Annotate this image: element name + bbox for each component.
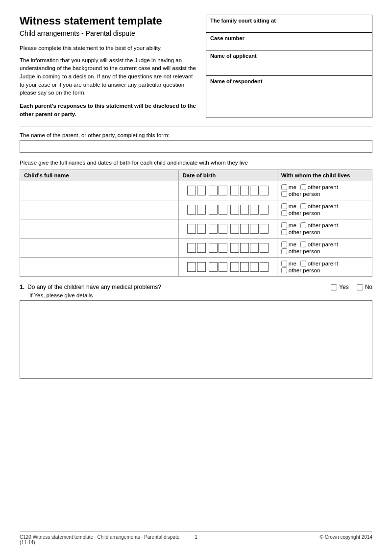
date-box[interactable] xyxy=(197,243,206,253)
child-name-cell xyxy=(20,200,179,219)
date-box[interactable] xyxy=(250,224,259,234)
other-parent-checkbox-item-4: other parent xyxy=(300,241,338,247)
medical-details-textarea[interactable] xyxy=(20,300,372,379)
checkbox-row2: other person xyxy=(281,229,368,235)
child-name-input-2[interactable] xyxy=(24,207,174,213)
date-box[interactable] xyxy=(250,186,259,195)
other-person-label: other person xyxy=(289,191,320,197)
page: Witness statement template Child arrange… xyxy=(0,0,392,554)
q1-checkboxes: Yes No xyxy=(331,284,372,290)
other-parent-checkbox-4[interactable] xyxy=(300,241,306,247)
me-checkbox-5[interactable] xyxy=(281,261,287,266)
other-parent-label: other parent xyxy=(308,261,338,266)
me-checkbox-item-3: me xyxy=(281,222,296,228)
date-box[interactable] xyxy=(187,205,196,215)
date-box[interactable] xyxy=(219,224,227,234)
date-box[interactable] xyxy=(260,205,269,215)
date-box[interactable] xyxy=(209,224,218,234)
me-checkbox-1[interactable] xyxy=(281,184,287,190)
footer-copyright: © Crown copyright 2014 xyxy=(197,534,372,545)
date-box[interactable] xyxy=(250,243,259,253)
yes-checkbox[interactable] xyxy=(331,284,337,290)
date-box[interactable] xyxy=(230,224,239,234)
completing-party-section: The name of the parent, or other party, … xyxy=(20,132,372,153)
date-box[interactable] xyxy=(209,262,218,272)
other-person-checkbox-1[interactable] xyxy=(281,191,287,197)
completing-party-input[interactable] xyxy=(20,140,372,153)
date-box[interactable] xyxy=(260,186,269,195)
date-box[interactable] xyxy=(197,186,206,195)
date-box[interactable] xyxy=(240,224,249,234)
date-box[interactable] xyxy=(230,243,239,253)
other-person-checkbox-2[interactable] xyxy=(281,210,287,216)
date-box[interactable] xyxy=(230,205,239,215)
child-name-input-5[interactable] xyxy=(24,264,174,270)
date-box[interactable] xyxy=(219,262,227,272)
date-box[interactable] xyxy=(187,262,196,272)
date-box[interactable] xyxy=(197,205,206,215)
no-checkbox[interactable] xyxy=(357,284,363,290)
date-box[interactable] xyxy=(187,186,196,195)
date-box[interactable] xyxy=(187,224,196,234)
me-checkbox-4[interactable] xyxy=(281,241,287,247)
other-parent-label: other parent xyxy=(308,184,338,190)
other-person-checkbox-3[interactable] xyxy=(281,229,287,235)
yes-option: Yes xyxy=(331,284,349,290)
date-box[interactable] xyxy=(250,262,259,272)
case-number-label: Case number xyxy=(210,35,368,41)
other-parent-checkbox-item-1: other parent xyxy=(300,184,338,190)
date-box[interactable] xyxy=(209,243,218,253)
checkbox-row1: me other parent xyxy=(281,184,368,190)
date-box[interactable] xyxy=(209,205,218,215)
date-box[interactable] xyxy=(240,205,249,215)
other-parent-checkbox-5[interactable] xyxy=(300,261,306,266)
date-box[interactable] xyxy=(197,224,206,234)
me-checkbox-2[interactable] xyxy=(281,203,287,209)
header-left: Witness statement template Child arrange… xyxy=(20,15,196,118)
dob-cell xyxy=(178,239,277,258)
other-person-checkbox-5[interactable] xyxy=(281,267,287,273)
date-box[interactable] xyxy=(187,243,196,253)
date-box[interactable] xyxy=(219,243,227,253)
date-box[interactable] xyxy=(260,224,269,234)
other-person-checkbox-4[interactable] xyxy=(281,248,287,254)
me-label: me xyxy=(289,222,296,228)
other-parent-checkbox-2[interactable] xyxy=(300,203,306,209)
me-checkbox-3[interactable] xyxy=(281,222,287,228)
date-box[interactable] xyxy=(219,186,227,195)
other-parent-checkbox-3[interactable] xyxy=(300,222,306,228)
checkbox-row1: me other parent xyxy=(281,261,368,266)
checkbox-row2: other person xyxy=(281,267,368,273)
date-box[interactable] xyxy=(260,243,269,253)
date-box[interactable] xyxy=(260,262,269,272)
lives-with-cell: me other parent other person xyxy=(277,219,372,239)
dob-cell xyxy=(178,200,277,219)
date-box[interactable] xyxy=(230,262,239,272)
child-name-cell xyxy=(20,258,179,277)
date-box[interactable] xyxy=(230,186,239,195)
checkbox-row1: me other parent xyxy=(281,203,368,209)
date-box[interactable] xyxy=(197,262,206,272)
lives-with-cell: me other parent other person xyxy=(277,200,372,219)
date-box[interactable] xyxy=(219,205,227,215)
applicant-name-row: Name of applicant xyxy=(206,50,372,76)
lives-with-cell: me other parent other person xyxy=(277,258,372,277)
me-label: me xyxy=(289,203,296,209)
checkbox-row2: other person xyxy=(281,210,368,216)
question-1-section: 1. Do any of the children have any medic… xyxy=(20,284,372,380)
other-person-checkbox-item-1: other person xyxy=(281,191,320,197)
date-box[interactable] xyxy=(209,186,218,195)
child-name-input-4[interactable] xyxy=(24,245,174,251)
child-name-input-3[interactable] xyxy=(24,226,174,232)
col-child-name: Child's full name xyxy=(20,170,179,181)
date-box[interactable] xyxy=(240,243,249,253)
date-box[interactable] xyxy=(240,262,249,272)
date-box[interactable] xyxy=(240,186,249,195)
name-field-label: The name of the parent, or other party, … xyxy=(20,132,372,138)
date-box[interactable] xyxy=(250,205,259,215)
child-name-input-1[interactable] xyxy=(24,188,174,193)
applicant-name-label: Name of applicant xyxy=(210,53,368,59)
child-name-cell xyxy=(20,181,179,200)
other-parent-checkbox-1[interactable] xyxy=(300,184,306,190)
date-boxes-3 xyxy=(183,224,273,234)
